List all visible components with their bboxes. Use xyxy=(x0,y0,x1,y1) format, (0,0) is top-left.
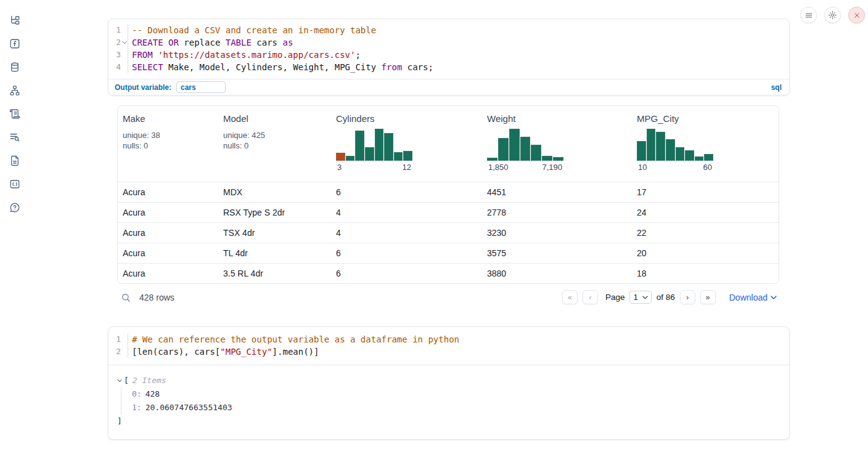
document-icon[interactable] xyxy=(9,155,21,167)
menu-icon xyxy=(805,11,813,20)
line-number: 2 xyxy=(116,346,121,358)
last-page-button[interactable]: » xyxy=(700,290,716,304)
line-number-gutter: 2 xyxy=(108,36,128,49)
data-table: Makeunique: 38nulls: 0Modelunique: 425nu… xyxy=(117,105,779,284)
window-controls xyxy=(800,7,865,23)
next-page-button[interactable]: › xyxy=(680,290,695,304)
close-bracket: ] xyxy=(117,415,780,428)
table-cell: 20 xyxy=(632,248,779,258)
column-header-mpg_city[interactable]: MPG_City1060 xyxy=(632,106,779,182)
code-line[interactable]: 4SELECT Make, Model, Cylinders, Weight, … xyxy=(108,61,789,73)
output-variable-bar: Output variable: sql xyxy=(108,79,789,95)
table-body: AcuraMDX6445117AcuraRSX Type S 2dr427782… xyxy=(118,182,779,283)
output-variable-input[interactable] xyxy=(176,81,226,93)
chevron-down-icon xyxy=(771,296,777,299)
histogram-bar xyxy=(375,129,384,161)
line-number-gutter: 1 xyxy=(108,24,128,36)
list-value: 428 xyxy=(145,389,160,398)
histogram-axis-labels: 1,8507,190 xyxy=(487,163,563,172)
list-index: 0: xyxy=(132,389,142,398)
output-variable-label: Output variable: xyxy=(115,83,171,92)
column-header-weight[interactable]: Weight1,8507,190 xyxy=(482,106,632,182)
page-total-label: of 86 xyxy=(657,293,675,302)
python-output: [ 2 Items 0:428 1:20.060747663551403 ] xyxy=(108,365,789,439)
table-output: Makeunique: 38nulls: 0Modelunique: 425nu… xyxy=(117,105,779,310)
code-token: OR xyxy=(168,38,179,47)
prev-page-button[interactable]: ‹ xyxy=(583,290,598,304)
table-cell: 4 xyxy=(331,208,482,217)
collapse-icon[interactable] xyxy=(117,379,122,382)
histogram-bar xyxy=(685,150,694,161)
histogram-bar xyxy=(553,157,563,161)
code-text: [len(cars), cars["MPG_City"].mean()] xyxy=(128,346,319,358)
histogram-bar xyxy=(346,156,355,161)
python-code-editor[interactable]: 1# We can reference the output variable … xyxy=(108,327,789,365)
function-icon[interactable] xyxy=(9,38,21,50)
fold-chevron-icon[interactable] xyxy=(121,41,128,44)
file-tree-icon[interactable] xyxy=(9,14,21,26)
scroll-icon[interactable] xyxy=(9,108,21,120)
close-icon xyxy=(853,12,861,19)
column-header-make[interactable]: Makeunique: 38nulls: 0 xyxy=(118,106,218,182)
histogram-bar xyxy=(403,151,412,161)
close-button[interactable] xyxy=(848,7,865,23)
table-cell: Acura xyxy=(118,187,218,197)
table-cell: 4 xyxy=(331,228,482,238)
table-row: AcuraRSX Type S 2dr4277824 xyxy=(118,202,779,222)
code-token: # We can reference the output variable a… xyxy=(132,334,459,344)
table-cell: Acura xyxy=(118,228,218,238)
database-icon[interactable] xyxy=(9,61,21,73)
code-line[interactable]: 2CREATE OR replace TABLE cars as xyxy=(108,36,789,49)
unique-count: unique: 425 xyxy=(223,130,326,140)
settings-button[interactable] xyxy=(824,7,841,23)
table-cell: 22 xyxy=(632,228,779,238)
list-entries: 0:428 1:20.060747663551403 xyxy=(121,387,780,415)
histogram-bar xyxy=(531,145,541,161)
column-header-cylinders[interactable]: Cylinders312 xyxy=(331,106,482,182)
table-cell: Acura xyxy=(118,269,218,278)
code-text: SELECT Make, Model, Cylinders, Weight, M… xyxy=(128,61,433,73)
table-cell: 6 xyxy=(331,248,482,258)
code-line[interactable]: 1# We can reference the output variable … xyxy=(108,333,789,346)
line-number: 4 xyxy=(116,61,121,73)
help-icon[interactable] xyxy=(9,201,21,214)
menu-button[interactable] xyxy=(800,7,817,23)
histogram-bar xyxy=(542,156,552,161)
table-cell: Acura xyxy=(118,248,218,258)
line-number-gutter: 4 xyxy=(108,61,128,73)
code-line[interactable]: 3FROM 'https://datasets.marimo.app/cars.… xyxy=(108,49,789,61)
code-token: 'https://datasets.marimo.app/cars.csv' xyxy=(158,50,355,60)
line-number: 2 xyxy=(116,36,121,49)
search-icon[interactable] xyxy=(121,293,131,302)
table-cell: 24 xyxy=(632,208,779,217)
table-cell: Acura xyxy=(118,208,218,217)
dependency-graph-icon[interactable] xyxy=(9,84,21,97)
page-select[interactable]: 1 xyxy=(629,291,651,304)
download-button[interactable]: Download xyxy=(729,293,777,302)
table-cell: TSX 4dr xyxy=(218,228,331,238)
code-line[interactable]: 2[len(cars), cars["MPG_City"].mean()] xyxy=(108,346,789,358)
column-header-model[interactable]: Modelunique: 425nulls: 0 xyxy=(218,106,331,182)
code-token: cars xyxy=(252,38,283,47)
column-label: Model xyxy=(223,113,326,124)
code-token: -- Download a CSV and create an in-memor… xyxy=(132,25,376,35)
code-token: replace xyxy=(179,38,226,47)
list-item: 1:20.060747663551403 xyxy=(132,401,780,415)
sql-code-editor[interactable]: 1-- Download a CSV and create an in-memo… xyxy=(108,19,789,79)
column-histogram: 312 xyxy=(336,129,412,172)
code-text: # We can reference the output variable a… xyxy=(128,333,459,346)
histogram-axis-labels: 312 xyxy=(336,163,412,172)
table-row: AcuraTSX 4dr4323022 xyxy=(118,222,779,243)
histogram-bar xyxy=(336,153,345,161)
code-token: [len(cars), cars[ xyxy=(132,347,220,357)
histogram-bar xyxy=(355,131,364,161)
sql-cell: 1-- Download a CSV and create an in-memo… xyxy=(108,18,790,95)
histogram-bar xyxy=(498,138,509,161)
column-label: Make xyxy=(123,113,213,124)
logs-search-icon[interactable] xyxy=(9,131,21,144)
snippets-icon[interactable] xyxy=(9,178,21,190)
table-cell: 4451 xyxy=(482,187,632,197)
first-page-button[interactable]: « xyxy=(562,290,578,304)
code-line[interactable]: 1-- Download a CSV and create an in-memo… xyxy=(108,24,789,36)
histogram-bar xyxy=(666,139,675,161)
